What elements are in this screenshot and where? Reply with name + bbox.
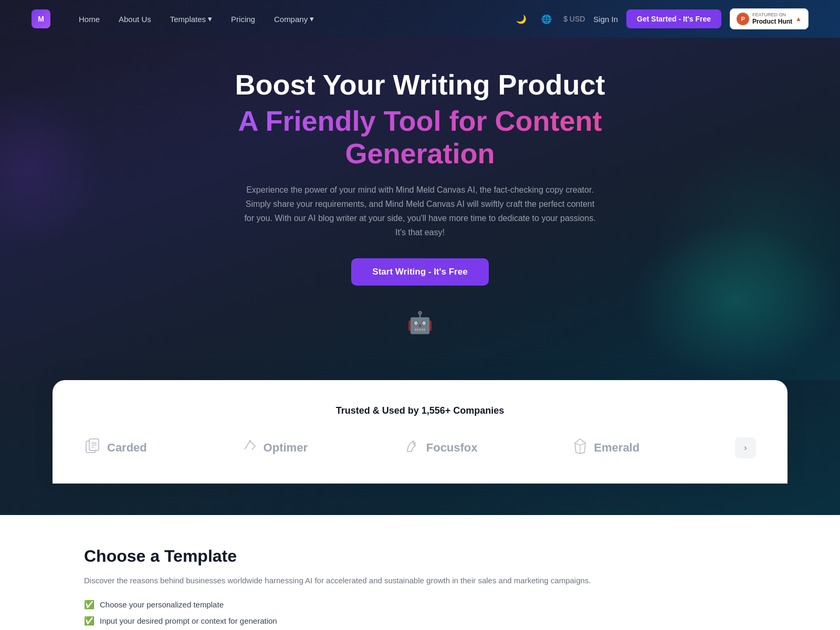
checklist-item-2: ✅ Input your desired prompt or context f… (84, 616, 756, 626)
companies-row: Carded Optimer (84, 437, 756, 458)
company-name-carded: Carded (107, 441, 147, 455)
svg-point-5 (249, 440, 251, 442)
focusfox-icon (403, 438, 420, 458)
nav-link-about[interactable]: About Us (111, 12, 159, 27)
check-icon-2: ✅ (84, 616, 94, 626)
emerald-icon (573, 438, 587, 458)
svg-point-6 (414, 442, 416, 444)
company-focusfox: Focusfox (403, 438, 478, 458)
trusted-section: Trusted & Used by 1,556+ Companies Carde… (52, 380, 788, 484)
product-hunt-score: ▲ (795, 15, 802, 23)
checklist-item-label-1: Choose your personalized template (100, 600, 224, 609)
company-name-optimer: Optimer (264, 441, 308, 455)
check-icon-1: ✅ (84, 600, 94, 610)
chevron-down-icon: ▾ (208, 14, 212, 24)
logo[interactable]: M (32, 9, 50, 28)
nav-right: 🌙 🌐 $ USD Sign In Get Started - It's Fre… (513, 8, 808, 29)
hero-description: Experience the power of your mind with M… (242, 183, 598, 240)
hero-title-gradient: A Friendly Tool for Content Generation (238, 104, 602, 170)
company-carded: Carded (84, 438, 147, 458)
dark-mode-toggle[interactable]: 🌙 (513, 11, 530, 27)
nav-left: M Home About Us Templates ▾ Pricing Comp… (32, 9, 321, 28)
choose-template-title: Choose a Template (84, 547, 756, 566)
blob-decoration-2 (656, 143, 840, 353)
robot-illustration: 🤖 (404, 307, 436, 338)
choose-template-checklist: ✅ Choose your personalized template ✅ In… (84, 600, 756, 626)
choose-template-section: Choose a Template Discover the reasons b… (84, 515, 756, 626)
svg-rect-1 (89, 439, 99, 450)
checklist-item-1: ✅ Choose your personalized template (84, 600, 756, 610)
navbar: M Home About Us Templates ▾ Pricing Comp… (0, 0, 840, 38)
sign-in-button[interactable]: Sign In (593, 15, 618, 24)
nav-link-home[interactable]: Home (71, 12, 107, 27)
company-optimer: Optimer (243, 439, 308, 457)
nav-link-templates[interactable]: Templates ▾ (163, 11, 219, 27)
company-name-focusfox: Focusfox (426, 441, 478, 455)
product-hunt-text: FEATURED ON Product Hunt (752, 12, 792, 25)
start-writing-button[interactable]: Start Writing - It's Free (351, 258, 488, 286)
currency-selector[interactable]: $ USD (563, 15, 585, 23)
carousel-next-button[interactable]: › (735, 437, 756, 458)
language-toggle[interactable]: 🌐 (538, 11, 555, 27)
get-started-button[interactable]: Get Started - It's Free (626, 9, 721, 28)
product-hunt-logo: P (737, 13, 749, 25)
trusted-title: Trusted & Used by 1,556+ Companies (84, 405, 756, 416)
checklist-item-label-2: Input your desired prompt or context for… (100, 616, 277, 625)
carded-icon (84, 438, 101, 458)
company-name-emerald: Emerald (594, 441, 639, 455)
optimer-icon (243, 439, 257, 457)
company-emerald: Emerald (573, 438, 639, 458)
nav-links: Home About Us Templates ▾ Pricing Compan… (71, 11, 321, 27)
choose-template-desc: Discover the reasons behind businesses w… (84, 574, 756, 587)
robot-icon: 🤖 (407, 310, 433, 335)
chevron-down-icon: ▾ (310, 14, 314, 24)
nav-link-pricing[interactable]: Pricing (224, 12, 262, 27)
blob-decoration-1 (0, 90, 105, 248)
hero-section: Boost Your Writing Product A Friendly To… (0, 38, 840, 380)
nav-link-company[interactable]: Company ▾ (267, 11, 321, 27)
hero-title-white: Boost Your Writing Product (235, 69, 605, 100)
product-hunt-badge[interactable]: P FEATURED ON Product Hunt ▲ (730, 8, 808, 29)
logo-icon: M (32, 9, 50, 28)
